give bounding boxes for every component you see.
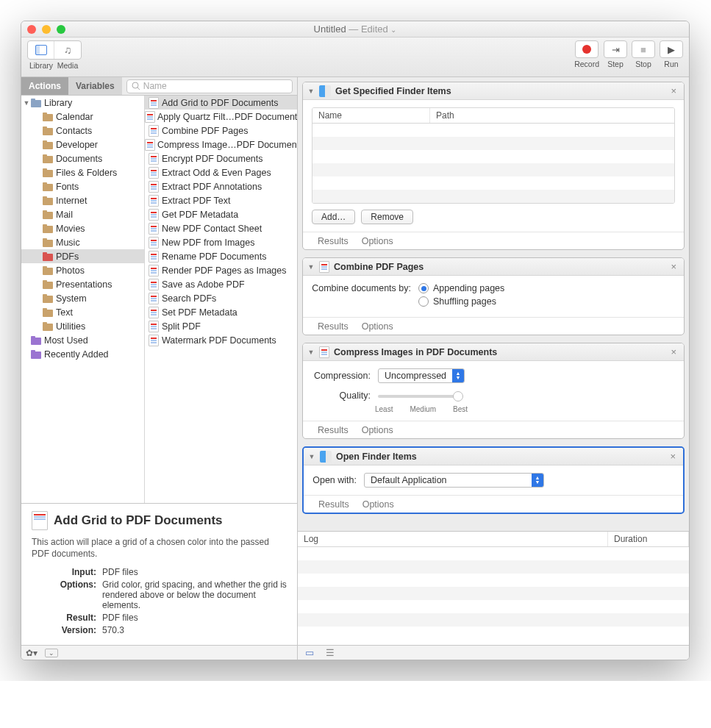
action-list-row[interactable]: Set PDF Metadata [145,305,297,319]
library-row[interactable]: Contacts [21,124,144,138]
results-link[interactable]: Results [318,499,349,510]
library-row[interactable]: Presentations [21,277,144,291]
workflow-action-combine-pdf[interactable]: ▼ Combine PDF Pages × Combine documents … [302,257,685,335]
results-link[interactable]: Results [318,425,349,435]
action-list-row[interactable]: Render PDF Pages as Images [145,263,297,277]
disclosure-icon[interactable]: ▼ [307,349,315,356]
library-row[interactable]: Mail [21,207,144,221]
library-row[interactable]: Text [21,305,144,319]
media-toggle-button[interactable]: ♫ [54,41,81,59]
library-category-list[interactable]: ▼LibraryCalendarContactsDeveloperDocumen… [21,96,145,503]
search-input[interactable]: Name [126,79,293,93]
finder-items-table[interactable]: Name Path [312,107,675,204]
pdf-icon [148,167,160,179]
pdf-icon [148,97,160,109]
action-list-row[interactable]: Extract PDF Annotations [145,179,297,193]
radio-appending[interactable] [418,283,429,293]
view-mode-single-icon[interactable]: ▭ [305,647,314,658]
action-list-row[interactable]: Apply Quartz Filt…PDF Documents [145,110,297,124]
library-row[interactable]: Files & Folders [21,165,144,179]
add-button[interactable]: Add… [312,210,355,224]
library-row[interactable]: Most Used [21,333,144,347]
library-row[interactable]: PDFs [21,249,144,263]
action-list-row[interactable]: Add Grid to PDF Documents [145,96,297,110]
library-row[interactable]: System [21,291,144,305]
library-row[interactable]: Movies [21,221,144,235]
workflow-action-get-finder-items[interactable]: ▼ Get Specified Finder Items × Name Path [302,82,685,250]
compression-select[interactable]: Uncompressed ▲▼ [378,368,465,383]
action-list-row[interactable]: Get PDF Metadata [145,207,297,221]
gear-menu-button[interactable]: ✿▾ [26,648,37,658]
library-row[interactable]: Photos [21,263,144,277]
library-action-list[interactable]: Add Grid to PDF DocumentsApply Quartz Fi… [145,96,297,503]
run-label: Run [664,60,678,68]
options-link[interactable]: Options [362,425,393,435]
options-link[interactable]: Options [362,321,393,332]
library-row[interactable]: ▼Library [21,96,144,110]
left-footer: ✿▾ ⌄ [21,645,297,660]
action-list-row[interactable]: Search PDFs [145,291,297,305]
library-row[interactable]: Internet [21,193,144,207]
tab-variables[interactable]: Variables [68,77,122,95]
svg-rect-11 [43,140,47,143]
music-note-icon: ♫ [64,44,72,56]
svg-point-2 [132,82,138,88]
action-list-row[interactable]: New PDF from Images [145,235,297,249]
workflow-canvas[interactable]: ▼ Get Specified Finder Items × Name Path [298,77,689,531]
library-row[interactable]: Music [21,235,144,249]
results-link[interactable]: Results [318,321,349,332]
options-link[interactable]: Options [362,499,394,510]
log-table[interactable] [298,547,689,645]
radio-shuffling[interactable] [418,296,429,307]
action-list-row[interactable]: Rename PDF Documents [145,249,297,263]
workflow-action-compress-images[interactable]: ▼ Compress Images in PDF Documents × Com… [302,343,685,439]
close-icon[interactable]: × [668,346,679,357]
action-list-row[interactable]: Watermark PDF Documents [145,333,297,347]
disclosure-icon[interactable]: ▼ [308,453,315,460]
action-list-row[interactable]: Save as Adobe PDF [145,277,297,291]
action-list-row[interactable]: Compress Image…PDF Documents [145,138,297,151]
record-label: Record [574,60,599,68]
library-row[interactable]: Calendar [21,110,144,124]
log-col-log[interactable]: Log [298,532,608,546]
title-dropdown-icon[interactable]: ⌄ [390,26,396,34]
run-button[interactable]: ▶ [660,40,683,58]
tick-medium: Medium [410,405,436,413]
action-list-row[interactable]: Extract Odd & Even Pages [145,165,297,179]
remove-button[interactable]: Remove [361,210,413,224]
disclosure-icon[interactable]: ▼ [307,88,315,95]
close-icon[interactable]: × [668,261,679,272]
toggle-info-button[interactable]: ⌄ [45,649,58,657]
quality-slider[interactable] [378,395,459,398]
step-button[interactable]: ⇥ [604,40,627,58]
action-list-row[interactable]: Combine PDF Pages [145,124,297,138]
quality-label: Quality: [312,390,378,401]
close-icon[interactable]: × [668,85,679,96]
disclosure-icon[interactable]: ▼ [307,263,315,271]
action-list-row[interactable]: Encrypt PDF Documents [145,151,297,165]
col-path[interactable]: Path [430,108,674,123]
options-link[interactable]: Options [362,236,393,246]
open-with-select[interactable]: Default Application ▲▼ [364,473,544,488]
stop-button[interactable]: ■ [632,40,655,58]
library-row[interactable]: Utilities [21,319,144,333]
view-mode-list-icon[interactable]: ☰ [326,647,335,658]
svg-rect-9 [43,126,47,129]
library-row[interactable]: Fonts [21,179,144,193]
col-name[interactable]: Name [312,108,430,123]
library-toggle-button[interactable] [28,41,54,59]
svg-rect-25 [43,238,47,240]
results-link[interactable]: Results [318,236,349,246]
action-list-row[interactable]: Extract PDF Text [145,193,297,207]
library-row[interactable]: Developer [21,138,144,151]
action-list-row[interactable]: Split PDF [145,319,297,333]
svg-rect-36 [43,324,53,331]
tab-actions[interactable]: Actions [21,77,68,95]
close-icon[interactable]: × [667,451,679,462]
log-col-duration[interactable]: Duration [608,532,689,546]
library-row[interactable]: Recently Added [21,347,144,361]
action-list-row[interactable]: New PDF Contact Sheet [145,221,297,235]
workflow-action-open-finder-items[interactable]: ▼ Open Finder Items × Open with: Default… [302,446,685,514]
record-button[interactable] [575,40,599,58]
library-row[interactable]: Documents [21,151,144,165]
